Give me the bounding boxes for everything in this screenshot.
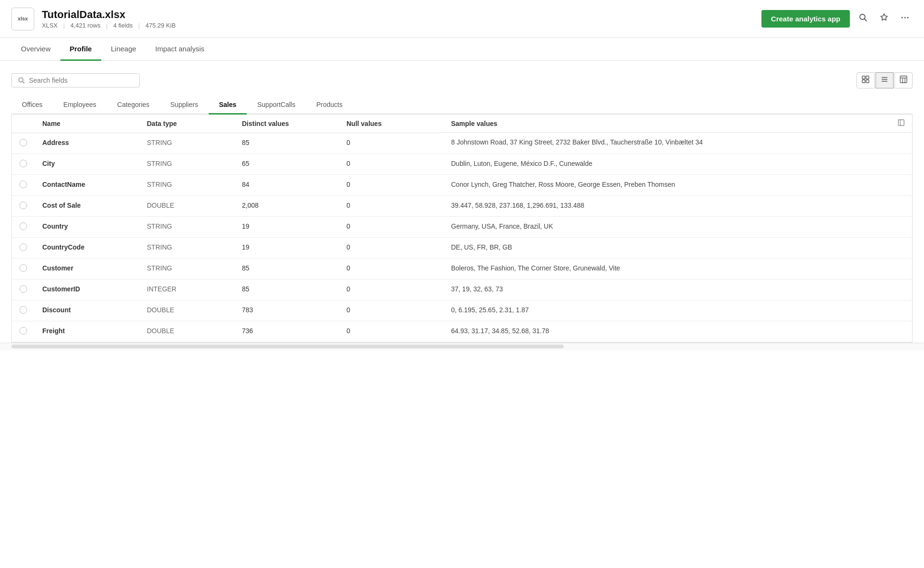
- field-name: City: [42, 160, 55, 167]
- row-checkbox[interactable]: [19, 202, 27, 209]
- row-checkbox[interactable]: [19, 160, 27, 167]
- sample-values-text: Conor Lynch, Greg Thatcher, Ross Moore, …: [451, 181, 675, 188]
- distinct-values-number: 783: [242, 306, 253, 314]
- col-header-data-type: Data type: [139, 115, 234, 133]
- sheet-tab-products[interactable]: Products: [306, 96, 353, 115]
- sheet-tab-suppliers[interactable]: Suppliers: [160, 96, 208, 115]
- more-options-button[interactable]: [897, 11, 913, 27]
- field-name: Customer: [42, 264, 73, 272]
- content-area: Offices Employees Categories Suppliers S…: [0, 61, 924, 343]
- field-name-cell: Cost of Sale: [35, 195, 139, 216]
- sample-values-expand-button[interactable]: [896, 119, 905, 127]
- table-row: ContactName STRING 84 0 Conor Lynch, Gre…: [12, 174, 912, 195]
- distinct-values-cell: 85: [234, 133, 339, 154]
- table-header-row: Name Data type Distinct values Null valu…: [12, 115, 912, 133]
- table-row: Country STRING 19 0 Germany, USA, France…: [12, 216, 912, 237]
- sample-values-cell: 37, 19, 32, 63, 73: [443, 279, 912, 300]
- distinct-values-cell: 84: [234, 174, 339, 195]
- search-icon-button[interactable]: [856, 11, 871, 27]
- sheet-tab-offices[interactable]: Offices: [11, 96, 53, 115]
- tab-overview[interactable]: Overview: [11, 38, 60, 61]
- null-values-number: 0: [346, 222, 350, 230]
- data-type-cell: STRING: [139, 237, 234, 258]
- null-values-cell: 0: [339, 300, 443, 321]
- field-name-cell: Freight: [35, 321, 139, 342]
- grid-view-button[interactable]: [857, 72, 875, 88]
- row-checkbox[interactable]: [19, 181, 27, 188]
- null-values-cell: 0: [339, 279, 443, 300]
- null-values-number: 0: [346, 327, 350, 335]
- distinct-values-number: 85: [242, 139, 250, 146]
- search-icon: [18, 77, 25, 84]
- sheet-tabs: Offices Employees Categories Suppliers S…: [11, 96, 913, 115]
- sample-values-label: Sample values: [451, 120, 497, 127]
- null-values-number: 0: [346, 181, 350, 188]
- field-name: CountryCode: [42, 243, 85, 251]
- row-checkbox[interactable]: [19, 306, 27, 314]
- data-type-cell: STRING: [139, 216, 234, 237]
- data-type-value: STRING: [147, 139, 172, 146]
- sample-values-cell: 39.447, 58.928, 237.168, 1,296.691, 133.…: [443, 195, 912, 216]
- null-values-cell: 0: [339, 216, 443, 237]
- row-checkbox[interactable]: [19, 264, 27, 272]
- svg-line-6: [22, 81, 24, 83]
- data-type-cell: STRING: [139, 174, 234, 195]
- row-checkbox-cell: [12, 300, 35, 321]
- table-row: Address STRING 85 0 8 Johnstown Road, 37…: [12, 133, 912, 154]
- sample-values-cell: Germany, USA, France, Brazil, UK: [443, 216, 912, 237]
- row-checkbox[interactable]: [19, 243, 27, 251]
- bottom-scroll-bar: [0, 343, 924, 350]
- null-values-cell: 0: [339, 237, 443, 258]
- field-name-cell: Address: [35, 133, 139, 154]
- tab-impact-analysis[interactable]: Impact analysis: [146, 38, 214, 61]
- row-checkbox[interactable]: [19, 222, 27, 230]
- field-name: CustomerID: [42, 285, 80, 293]
- sep1: |: [63, 22, 65, 29]
- list-view-button[interactable]: [876, 72, 894, 88]
- data-type-cell: INTEGER: [139, 279, 234, 300]
- table-row: Cost of Sale DOUBLE 2,008 0 39.447, 58.9…: [12, 195, 912, 216]
- search-input[interactable]: [29, 77, 134, 84]
- sample-values-text: DE, US, FR, BR, GB: [451, 243, 512, 251]
- sheet-tab-employees[interactable]: Employees: [53, 96, 106, 115]
- sample-values-cell: Boleros, The Fashion, The Corner Store, …: [443, 258, 912, 279]
- star-icon-button[interactable]: [876, 11, 892, 27]
- row-checkbox[interactable]: [19, 139, 27, 146]
- expand-icon: [898, 119, 905, 126]
- field-name: Freight: [42, 327, 65, 335]
- app-header: xlsx TutorialData.xlsx XLSX | 4,421 rows…: [0, 0, 924, 38]
- table-view-button[interactable]: [895, 72, 913, 88]
- svg-rect-7: [862, 76, 865, 79]
- field-name-cell: CustomerID: [35, 279, 139, 300]
- create-analytics-app-button[interactable]: Create analytics app: [761, 10, 850, 28]
- field-name-cell: CountryCode: [35, 237, 139, 258]
- sample-values-cell: Conor Lynch, Greg Thatcher, Ross Moore, …: [443, 174, 912, 195]
- distinct-values-number: 2,008: [242, 202, 259, 209]
- svg-point-2: [902, 17, 903, 19]
- row-checkbox[interactable]: [19, 285, 27, 293]
- star-icon: [879, 13, 889, 22]
- distinct-values-number: 736: [242, 327, 253, 335]
- tab-lineage[interactable]: Lineage: [101, 38, 145, 61]
- sample-values-cell: Dublin, Luton, Eugene, México D.F., Cune…: [443, 154, 912, 174]
- sheet-tab-categories[interactable]: Categories: [107, 96, 160, 115]
- field-name-cell: ContactName: [35, 174, 139, 195]
- distinct-values-number: 85: [242, 264, 250, 272]
- table-body: Address STRING 85 0 8 Johnstown Road, 37…: [12, 133, 912, 342]
- sheet-tab-support-calls[interactable]: SupportCalls: [247, 96, 306, 115]
- sample-values-text: 8 Johnstown Road, 37 King Street, 2732 B…: [451, 138, 703, 146]
- row-checkbox-cell: [12, 154, 35, 174]
- sample-values-text: Germany, USA, France, Brazil, UK: [451, 222, 553, 230]
- distinct-values-number: 19: [242, 243, 250, 251]
- sheet-tab-sales[interactable]: Sales: [209, 96, 247, 115]
- data-type-value: DOUBLE: [147, 202, 174, 209]
- row-checkbox-cell: [12, 279, 35, 300]
- sample-values-cell: 8 Johnstown Road, 37 King Street, 2732 B…: [443, 133, 912, 154]
- nav-tabs: Overview Profile Lineage Impact analysis: [0, 38, 924, 61]
- field-name-cell: Country: [35, 216, 139, 237]
- sample-values-cell: 0, 6.195, 25.65, 2.31, 1.87: [443, 300, 912, 321]
- grid-view-icon: [862, 76, 869, 83]
- row-checkbox[interactable]: [19, 327, 27, 335]
- table-row: City STRING 65 0 Dublin, Luton, Eugene, …: [12, 154, 912, 174]
- tab-profile[interactable]: Profile: [60, 38, 102, 61]
